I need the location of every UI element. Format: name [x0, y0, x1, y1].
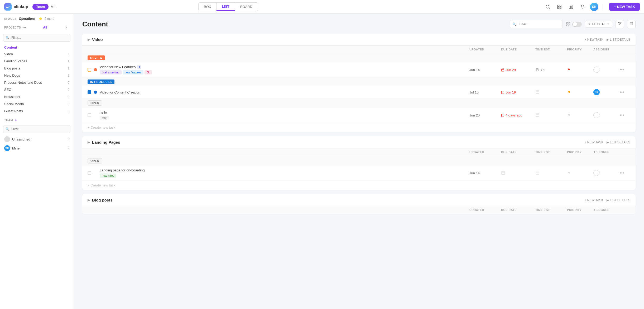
section-title[interactable]: ▶ Video [88, 37, 103, 42]
list-view-btn[interactable]: LIST [217, 3, 235, 11]
sections-container: ▶ Video + NEW TASK ▶ LIST DETAILS UPDATE… [82, 34, 636, 214]
grid-toggle-icon [566, 22, 571, 27]
projects-dots[interactable]: ••• [22, 26, 26, 30]
svg-rect-34 [536, 113, 539, 116]
section-title[interactable]: ▶ Blog posts [88, 198, 113, 202]
section-actions: + NEW TASK ▶ LIST DETAILS [584, 141, 630, 144]
projects-header: PROJECTS ••• All [0, 23, 74, 32]
section-new-task-link[interactable]: + NEW TASK [584, 141, 603, 144]
content-filter-input[interactable] [510, 20, 563, 28]
sidebar-item[interactable]: Video3 [0, 50, 74, 58]
sidebar-item[interactable]: SEO0 [0, 86, 74, 93]
bell-icon[interactable] [578, 3, 587, 11]
task-checkbox[interactable] [88, 113, 91, 117]
svg-rect-4 [560, 7, 561, 8]
svg-rect-20 [536, 68, 539, 71]
updated-cell: Jun 20 [469, 113, 501, 117]
task-name-cell: hello test [88, 110, 469, 120]
more-options-btn[interactable]: ••• [620, 113, 630, 118]
sidebar-item[interactable]: Help Docs2 [0, 72, 74, 79]
priority-cell: ⚑ [567, 68, 593, 72]
task-tag: 5k [145, 70, 152, 74]
due-date-cell: Jun 19 [501, 90, 535, 94]
col-priority: PRIORITY [567, 151, 593, 154]
task-name[interactable]: Video for Content Creation [100, 90, 140, 94]
col-due-date: DUE DATE [501, 151, 535, 154]
sidebar-item-label: Help Docs [4, 73, 20, 77]
svg-rect-30 [502, 114, 504, 117]
section-actions: + NEW TASK ▶ LIST DETAILS [584, 38, 630, 41]
list-details-link[interactable]: ▶ LIST DETAILS [607, 38, 630, 41]
page-title: Content [82, 20, 108, 28]
task-checkbox[interactable] [88, 90, 91, 94]
task-checkbox[interactable] [88, 68, 91, 72]
time-est-cell-wrapper [535, 171, 567, 176]
task-name[interactable]: Landing page for on-boarding [100, 168, 145, 172]
priority-cell: ⚑ [567, 171, 593, 175]
col-updated: UPDATED [469, 48, 501, 51]
status-label: STATUS [588, 22, 600, 26]
logo-icon [4, 3, 12, 11]
sidebar-item[interactable]: Newsletter0 [0, 93, 74, 100]
section-chevron-icon: ▶ [88, 198, 90, 202]
sidebar-member[interactable]: SKMine2 [0, 144, 74, 153]
section-header: ▶ Blog posts + NEW TASK ▶ LIST DETAILS [82, 194, 636, 206]
new-task-button[interactable]: + NEW TASK [609, 3, 640, 11]
more-options-btn[interactable]: ••• [620, 67, 630, 72]
task-checkbox[interactable] [88, 171, 91, 175]
updated-cell: Jun 14 [469, 171, 501, 175]
section-title[interactable]: ▶ Landing Pages [88, 140, 120, 144]
operations-label[interactable]: Operations [19, 17, 35, 21]
task-status-dot [94, 114, 97, 117]
all-projects-link[interactable]: All [43, 26, 47, 29]
col-more [620, 208, 630, 212]
time-est-cell-wrapper: 3 d [535, 68, 567, 72]
members-list: Unassigned5SKMine2 [0, 135, 74, 153]
col-assignee: ASSIGNEE [593, 48, 620, 51]
sidebar-collapse-icon[interactable] [64, 25, 69, 30]
grid-icon[interactable] [555, 3, 564, 11]
search-icon[interactable] [544, 3, 552, 11]
chart-icon[interactable] [567, 3, 575, 11]
create-task-row[interactable]: + Create new task [82, 181, 636, 190]
sidebar-member[interactable]: Unassigned5 [0, 135, 74, 144]
user-avatar[interactable]: SK [590, 3, 598, 11]
box-view-btn[interactable]: BOX [199, 3, 217, 11]
status-filter[interactable]: STATUS All ▼ [585, 21, 612, 28]
list-details-link[interactable]: ▶ LIST DETAILS [607, 198, 630, 202]
logo[interactable]: clickup [4, 3, 28, 11]
time-est-cell-wrapper [535, 90, 567, 95]
sidebar-item[interactable]: Social Media0 [0, 100, 74, 107]
col-assignee: ASSIGNEE [593, 151, 620, 154]
create-task-row[interactable]: + Create new task [82, 123, 636, 132]
add-team-icon[interactable]: + [15, 118, 17, 123]
content-nav-label[interactable]: Content [0, 43, 74, 50]
view-toggle[interactable] [572, 22, 582, 27]
task-name[interactable]: Video for New Features [100, 65, 136, 69]
columns-icon[interactable] [627, 20, 636, 28]
sidebar-item[interactable]: Landing Pages1 [0, 58, 74, 65]
section-new-task-link[interactable]: + NEW TASK [584, 38, 603, 41]
task-name[interactable]: hello [100, 110, 107, 114]
status-badge: IN PROGRESS [88, 79, 114, 84]
more-options-btn[interactable]: ••• [620, 90, 630, 95]
sidebar-item[interactable]: Guest Posts0 [0, 107, 74, 115]
team-search-input[interactable] [3, 125, 70, 133]
filter-icon[interactable] [616, 20, 624, 28]
list-details-link[interactable]: ▶ LIST DETAILS [607, 141, 630, 144]
more-options-btn[interactable]: ••• [620, 171, 630, 175]
team-badge[interactable]: Team [32, 4, 49, 10]
section-new-task-link[interactable]: + NEW TASK [584, 198, 603, 202]
assignee-cell [593, 67, 620, 73]
task-tag: brainstorming [100, 70, 122, 74]
table-row: Landing page for on-boarding new hires J… [82, 166, 636, 181]
sidebar-item[interactable]: Blog posts1 [0, 65, 74, 72]
sidebar-item-label: Landing Pages [4, 59, 27, 63]
sidebar-item[interactable]: Process Notes and Docs0 [0, 79, 74, 86]
board-view-btn[interactable]: BOARD [235, 3, 258, 11]
more-spaces-label[interactable]: 2 more [45, 17, 54, 21]
spaces-label: SPACES [4, 17, 17, 20]
sidebar-search-input[interactable] [3, 34, 70, 42]
me-label[interactable]: Me [51, 5, 55, 9]
member-name: Mine [12, 146, 65, 150]
